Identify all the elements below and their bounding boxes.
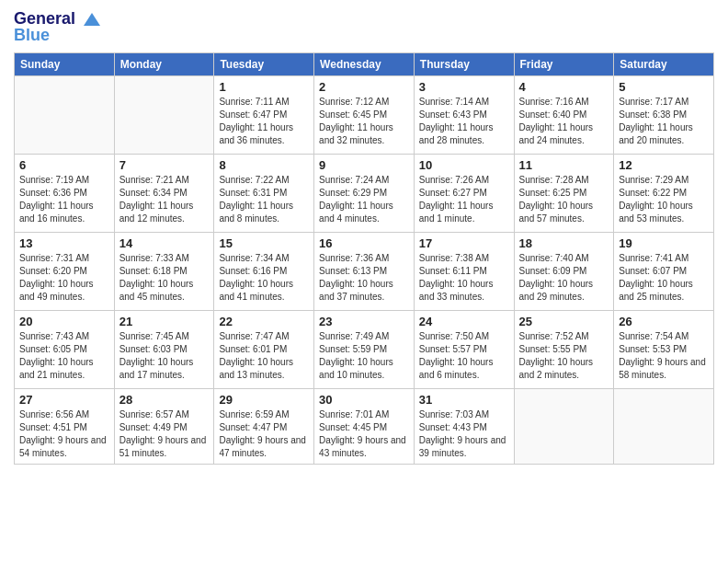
date-number: 25 <box>519 315 609 328</box>
calendar-cell: 6Sunrise: 7:19 AM Sunset: 6:36 PM Daylig… <box>15 155 115 233</box>
cell-daylight-info: Sunrise: 7:40 AM Sunset: 6:09 PM Dayligh… <box>519 252 609 304</box>
calendar-cell: 17Sunrise: 7:38 AM Sunset: 6:11 PM Dayli… <box>414 233 514 311</box>
calendar-week-1: 1Sunrise: 7:11 AM Sunset: 6:47 PM Daylig… <box>15 76 714 155</box>
date-number: 28 <box>119 393 210 407</box>
calendar-cell: 9Sunrise: 7:24 AM Sunset: 6:29 PM Daylig… <box>314 155 415 233</box>
cell-daylight-info: Sunrise: 7:26 AM Sunset: 6:27 PM Dayligh… <box>419 174 509 225</box>
calendar-cell: 16Sunrise: 7:36 AM Sunset: 6:13 PM Dayli… <box>314 233 415 311</box>
cell-daylight-info: Sunrise: 7:11 AM Sunset: 6:47 PM Dayligh… <box>219 96 309 147</box>
day-header-friday: Friday <box>514 53 614 76</box>
cell-daylight-info: Sunrise: 7:17 AM Sunset: 6:38 PM Dayligh… <box>619 96 709 147</box>
cell-daylight-info: Sunrise: 7:47 AM Sunset: 6:01 PM Dayligh… <box>219 330 309 382</box>
calendar-cell <box>614 389 714 465</box>
calendar-cell: 13Sunrise: 7:31 AM Sunset: 6:20 PM Dayli… <box>15 233 115 311</box>
day-header-thursday: Thursday <box>414 53 514 76</box>
cell-daylight-info: Sunrise: 7:31 AM Sunset: 6:20 PM Dayligh… <box>19 252 109 304</box>
calendar-week-5: 27Sunrise: 6:56 AM Sunset: 4:51 PM Dayli… <box>15 389 714 465</box>
day-header-tuesday: Tuesday <box>214 53 314 76</box>
cell-daylight-info: Sunrise: 7:21 AM Sunset: 6:34 PM Dayligh… <box>119 174 210 225</box>
date-number: 30 <box>319 393 409 407</box>
date-number: 2 <box>319 80 409 94</box>
cell-daylight-info: Sunrise: 6:59 AM Sunset: 4:47 PM Dayligh… <box>219 408 309 460</box>
calendar-cell: 24Sunrise: 7:50 AM Sunset: 5:57 PM Dayli… <box>414 311 514 389</box>
cell-daylight-info: Sunrise: 7:41 AM Sunset: 6:07 PM Dayligh… <box>619 252 709 304</box>
calendar-week-4: 20Sunrise: 7:43 AM Sunset: 6:05 PM Dayli… <box>15 311 714 389</box>
date-number: 26 <box>619 315 709 328</box>
logo-icon <box>82 9 102 29</box>
date-number: 3 <box>419 80 509 94</box>
calendar-cell: 4Sunrise: 7:16 AM Sunset: 6:40 PM Daylig… <box>514 76 614 155</box>
date-number: 4 <box>519 80 609 94</box>
logo-blue: Blue <box>14 26 50 45</box>
day-header-wednesday: Wednesday <box>314 53 415 76</box>
calendar-cell: 25Sunrise: 7:52 AM Sunset: 5:55 PM Dayli… <box>514 311 614 389</box>
calendar-cell: 14Sunrise: 7:33 AM Sunset: 6:18 PM Dayli… <box>114 233 214 311</box>
date-number: 29 <box>219 393 309 407</box>
date-number: 9 <box>319 158 409 172</box>
page-container: General Blue SundayMondayTuesdayWednesda… <box>0 0 728 474</box>
cell-daylight-info: Sunrise: 7:33 AM Sunset: 6:18 PM Dayligh… <box>119 252 210 304</box>
calendar-week-2: 6Sunrise: 7:19 AM Sunset: 6:36 PM Daylig… <box>15 155 714 233</box>
cell-daylight-info: Sunrise: 7:34 AM Sunset: 6:16 PM Dayligh… <box>219 252 309 304</box>
date-number: 17 <box>419 236 509 250</box>
calendar-cell: 30Sunrise: 7:01 AM Sunset: 4:45 PM Dayli… <box>314 389 415 465</box>
calendar-cell: 28Sunrise: 6:57 AM Sunset: 4:49 PM Dayli… <box>114 389 214 465</box>
cell-daylight-info: Sunrise: 7:36 AM Sunset: 6:13 PM Dayligh… <box>319 252 409 304</box>
calendar-cell: 11Sunrise: 7:28 AM Sunset: 6:25 PM Dayli… <box>514 155 614 233</box>
date-number: 27 <box>19 393 109 407</box>
calendar-cell: 20Sunrise: 7:43 AM Sunset: 6:05 PM Dayli… <box>15 311 115 389</box>
cell-daylight-info: Sunrise: 7:19 AM Sunset: 6:36 PM Dayligh… <box>19 174 109 225</box>
calendar-cell: 27Sunrise: 6:56 AM Sunset: 4:51 PM Dayli… <box>15 389 115 465</box>
cell-daylight-info: Sunrise: 7:38 AM Sunset: 6:11 PM Dayligh… <box>419 252 509 304</box>
calendar-cell: 23Sunrise: 7:49 AM Sunset: 5:59 PM Dayli… <box>314 311 415 389</box>
date-number: 1 <box>219 80 309 94</box>
cell-daylight-info: Sunrise: 7:16 AM Sunset: 6:40 PM Dayligh… <box>519 96 609 147</box>
date-number: 6 <box>19 158 109 172</box>
cell-daylight-info: Sunrise: 7:01 AM Sunset: 4:45 PM Dayligh… <box>319 408 409 460</box>
date-number: 16 <box>319 236 409 250</box>
calendar-cell: 2Sunrise: 7:12 AM Sunset: 6:45 PM Daylig… <box>314 76 415 155</box>
date-number: 23 <box>319 315 409 328</box>
cell-daylight-info: Sunrise: 7:45 AM Sunset: 6:03 PM Dayligh… <box>119 330 210 382</box>
calendar-cell: 29Sunrise: 6:59 AM Sunset: 4:47 PM Dayli… <box>214 389 314 465</box>
calendar-cell: 18Sunrise: 7:40 AM Sunset: 6:09 PM Dayli… <box>514 233 614 311</box>
calendar-cell <box>114 76 214 155</box>
date-number: 15 <box>219 236 309 250</box>
day-header-sunday: Sunday <box>15 53 115 76</box>
cell-daylight-info: Sunrise: 7:50 AM Sunset: 5:57 PM Dayligh… <box>419 330 509 382</box>
date-number: 8 <box>219 158 309 172</box>
calendar-cell: 15Sunrise: 7:34 AM Sunset: 6:16 PM Dayli… <box>214 233 314 311</box>
date-number: 24 <box>419 315 509 328</box>
date-number: 18 <box>519 236 609 250</box>
cell-daylight-info: Sunrise: 7:29 AM Sunset: 6:22 PM Dayligh… <box>619 174 709 225</box>
calendar-cell: 1Sunrise: 7:11 AM Sunset: 6:47 PM Daylig… <box>214 76 314 155</box>
calendar-cell: 31Sunrise: 7:03 AM Sunset: 4:43 PM Dayli… <box>414 389 514 465</box>
calendar-cell: 3Sunrise: 7:14 AM Sunset: 6:43 PM Daylig… <box>414 76 514 155</box>
calendar-cell: 7Sunrise: 7:21 AM Sunset: 6:34 PM Daylig… <box>114 155 214 233</box>
calendar-week-3: 13Sunrise: 7:31 AM Sunset: 6:20 PM Dayli… <box>15 233 714 311</box>
calendar-body: 1Sunrise: 7:11 AM Sunset: 6:47 PM Daylig… <box>15 76 714 465</box>
date-number: 14 <box>119 236 210 250</box>
cell-daylight-info: Sunrise: 7:28 AM Sunset: 6:25 PM Dayligh… <box>519 174 609 225</box>
logo: General Blue <box>14 9 102 45</box>
date-number: 31 <box>419 393 509 407</box>
calendar-cell <box>514 389 614 465</box>
calendar-cell: 10Sunrise: 7:26 AM Sunset: 6:27 PM Dayli… <box>414 155 514 233</box>
svg-marker-0 <box>84 13 100 26</box>
cell-daylight-info: Sunrise: 7:52 AM Sunset: 5:55 PM Dayligh… <box>519 330 609 382</box>
cell-daylight-info: Sunrise: 6:57 AM Sunset: 4:49 PM Dayligh… <box>119 408 210 460</box>
calendar-cell: 26Sunrise: 7:54 AM Sunset: 5:53 PM Dayli… <box>614 311 714 389</box>
calendar-cell <box>15 76 115 155</box>
date-number: 20 <box>19 315 109 328</box>
day-header-saturday: Saturday <box>614 53 714 76</box>
day-header-monday: Monday <box>114 53 214 76</box>
date-number: 7 <box>119 158 210 172</box>
cell-daylight-info: Sunrise: 7:43 AM Sunset: 6:05 PM Dayligh… <box>19 330 109 382</box>
cell-daylight-info: Sunrise: 7:22 AM Sunset: 6:31 PM Dayligh… <box>219 174 309 225</box>
cell-daylight-info: Sunrise: 7:54 AM Sunset: 5:53 PM Dayligh… <box>619 330 709 382</box>
calendar-header-row: SundayMondayTuesdayWednesdayThursdayFrid… <box>15 53 714 76</box>
calendar-table: SundayMondayTuesdayWednesdayThursdayFrid… <box>14 52 714 465</box>
date-number: 11 <box>519 158 609 172</box>
cell-daylight-info: Sunrise: 7:49 AM Sunset: 5:59 PM Dayligh… <box>319 330 409 382</box>
calendar-cell: 19Sunrise: 7:41 AM Sunset: 6:07 PM Dayli… <box>614 233 714 311</box>
